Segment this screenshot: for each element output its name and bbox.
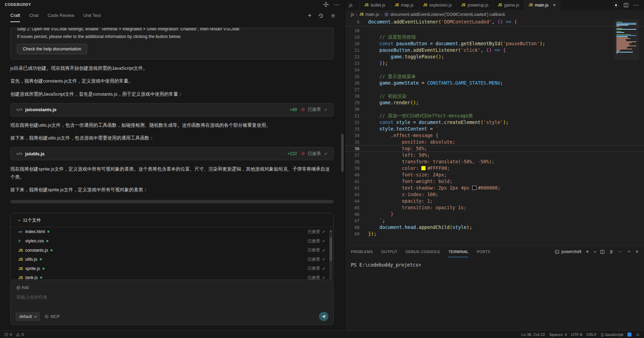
files-summary-header[interactable]: 11个文件: [11, 213, 333, 227]
editor-tab-explosion-js[interactable]: JSexplosion.js: [419, 0, 457, 10]
code-line-6[interactable]: 6document.addEventListener('DOMContentLo…: [345, 19, 644, 25]
code-line-49[interactable]: 49});: [345, 231, 644, 237]
panel-tab-terminal[interactable]: TERMINAL: [448, 246, 468, 257]
breadcrumb-item[interactable]: JSmain.js: [360, 12, 379, 17]
code-line-27[interactable]: 27: [345, 86, 644, 93]
status-warnings[interactable]: 0: [16, 332, 24, 337]
breadcrumb[interactable]: js›JSmain.js›document.addEventListener('…: [345, 10, 644, 19]
code-line-28[interactable]: 28 // 初始渲染: [345, 93, 644, 99]
editor-tab-map-js[interactable]: JSmap.js: [390, 0, 419, 10]
code-line-44[interactable]: 44 opacity: 1;: [345, 198, 644, 204]
code-line-36[interactable]: 36 top: 50%;: [345, 145, 644, 152]
send-button[interactable]: [319, 312, 328, 321]
code-line-43[interactable]: 43 z-index: 100;: [345, 191, 644, 198]
panel-tab-output[interactable]: OUTPUT: [381, 246, 398, 257]
editor-tab-game-js[interactable]: JSgame.js: [493, 0, 524, 10]
file-row-styles-css[interactable]: #styles.css已接受✓: [11, 236, 333, 246]
file-change-card[interactable]: </>js/utils.js+222-0已接受✓: [10, 147, 334, 160]
file-row-constants-js[interactable]: JSconstants.js已接受✓: [11, 245, 333, 255]
split-editor-icon[interactable]: [624, 3, 628, 8]
code-line-25[interactable]: 25 // 显示游戏菜单: [345, 73, 644, 80]
maximize-panel-icon[interactable]: [627, 250, 631, 254]
status-spaces-4[interactable]: Spaces: 4: [549, 332, 567, 337]
help-documentation-button[interactable]: Check the help documentation: [17, 44, 87, 54]
code-line-46[interactable]: 46 }: [345, 211, 644, 218]
tab-code-review[interactable]: Code Review: [48, 9, 74, 22]
code-line-38[interactable]: 38 transform: translate(-50%, -50%);: [345, 158, 644, 165]
editor-more-actions-icon[interactable]: ⋯: [633, 2, 639, 8]
split-terminal-icon[interactable]: [600, 250, 605, 254]
minimap[interactable]: [614, 19, 639, 60]
history-icon[interactable]: [318, 13, 324, 18]
code-line-32[interactable]: 32 const style = document.createElement(…: [345, 119, 644, 126]
terminal-shell-item[interactable]: powershell: [555, 249, 581, 254]
accepted-status[interactable]: 已接受✓: [308, 275, 326, 280]
file-row-utils-js[interactable]: JSutils.js已接受✓: [11, 255, 333, 264]
files-scrollbar[interactable]: ▲: [329, 229, 332, 280]
tab-unit-test[interactable]: Unit Test: [83, 9, 101, 22]
terminal-dropdown-icon[interactable]: [594, 250, 596, 252]
code-line-45[interactable]: 45 transition: opacity 1s;: [345, 204, 644, 211]
code-line-40[interactable]: 40 font-size: 24px;: [345, 172, 644, 178]
status-crlf[interactable]: CRLF: [586, 332, 597, 337]
breadcrumb-item[interactable]: document.addEventListener('DOMContentLoa…: [384, 12, 505, 17]
color-swatch[interactable]: [421, 166, 426, 170]
stream-divider[interactable]: [10, 200, 334, 203]
panel-tab-ports[interactable]: PORTS: [477, 246, 490, 257]
code-line-22[interactable]: 22 game.togglePause();: [345, 54, 644, 60]
code-line-21[interactable]: 21 pauseButton.addEventListener('click',…: [345, 47, 644, 54]
accepted-status[interactable]: 已接受✓: [308, 247, 326, 253]
panel-tab-debug-console[interactable]: DEBUG CONSOLE: [406, 246, 440, 257]
panel-more-icon[interactable]: ⋯: [334, 1, 340, 8]
accepted-status[interactable]: 已接受✓: [308, 238, 326, 244]
accepted-status[interactable]: 已接受✓: [308, 229, 326, 235]
status-ln-36-col-22[interactable]: Ln 36, Col 22: [521, 332, 545, 337]
editor-tab--js[interactable]: .js: [345, 0, 360, 10]
file-row-tank-js[interactable]: JStank.js已接受✓: [11, 273, 333, 280]
color-swatch[interactable]: [472, 186, 476, 190]
file-change-card[interactable]: </>js/constants.js+89-0已接受✓: [10, 103, 334, 116]
code-line-41[interactable]: 41 font-weight: bold;: [345, 178, 644, 185]
code-line-26[interactable]: 26 game.gameState = CONSTANTS.GAME_STATE…: [345, 80, 644, 86]
new-chat-icon[interactable]: +: [308, 12, 311, 19]
file-row-index-html[interactable]: <>index.html已接受✓: [11, 227, 333, 236]
code-line-33[interactable]: 33 style.textContent = `: [345, 126, 644, 132]
code-line-31[interactable]: 31 // 添加一些CSS样式到effect-message类: [345, 113, 644, 119]
close-tab-icon[interactable]: ×: [553, 2, 556, 8]
code-line-30[interactable]: 30: [345, 106, 644, 113]
code-line-34[interactable]: 34 .effect-message {: [345, 132, 644, 139]
mcp-button[interactable]: MCP: [45, 314, 60, 319]
codebuddy-extension-icon[interactable]: [613, 2, 619, 8]
sticky-scroll-line[interactable]: 6document.addEventListener('DOMContentLo…: [345, 19, 644, 26]
notifications-bell-icon[interactable]: [636, 332, 640, 337]
editor-tab-powerup-js[interactable]: JSpowerup.js: [457, 0, 493, 10]
code-line-42[interactable]: 42 text-shadow: 2px 2px 4px #000000;: [345, 185, 644, 191]
extension-status-icon[interactable]: [627, 332, 632, 337]
panel-tab-problems[interactable]: PROBLEMS: [351, 246, 373, 257]
terminal-output[interactable]: PS E:\codebuddy_projetcs>: [345, 257, 644, 268]
accepted-status[interactable]: 已接受✓: [308, 265, 326, 271]
tab-craft[interactable]: Craft: [10, 9, 20, 22]
code-line-20[interactable]: 20 const pauseButton = document.getEleme…: [345, 40, 644, 47]
task-input[interactable]: 请输入你的任务: [16, 294, 328, 300]
status-errors[interactable]: 0: [4, 332, 12, 337]
editor-tab-bullet-js[interactable]: JSbullet.js: [360, 0, 390, 10]
code-line-24[interactable]: 24: [345, 67, 644, 73]
code-line-23[interactable]: 23 });: [345, 60, 644, 67]
close-panel-icon[interactable]: ×: [636, 249, 638, 254]
panel-more-actions-icon[interactable]: ⋯: [618, 249, 623, 254]
code-line-39[interactable]: 39 color: #FFFF00;: [345, 165, 644, 172]
tab-chat[interactable]: Chat: [29, 9, 38, 22]
status-utf-8[interactable]: UTF-8: [571, 332, 582, 337]
settings-gear-icon[interactable]: [330, 13, 336, 18]
new-terminal-icon[interactable]: +: [586, 249, 589, 255]
editor-tab-main-js[interactable]: JSmain.js×: [524, 0, 560, 10]
code-line-47[interactable]: 47 `;: [345, 218, 644, 224]
accepted-status[interactable]: 已接受✓: [308, 257, 326, 262]
add-context-button[interactable]: @ Add: [16, 285, 29, 290]
move-panel-icon[interactable]: [324, 2, 328, 7]
code-line-48[interactable]: 48 document.head.appendChild(style);: [345, 224, 644, 231]
code-line-37[interactable]: 37 left: 50%;: [345, 152, 644, 158]
file-row-sprite-js[interactable]: JSsprite.js已接受✓: [11, 264, 333, 273]
kill-terminal-icon[interactable]: [609, 250, 614, 254]
